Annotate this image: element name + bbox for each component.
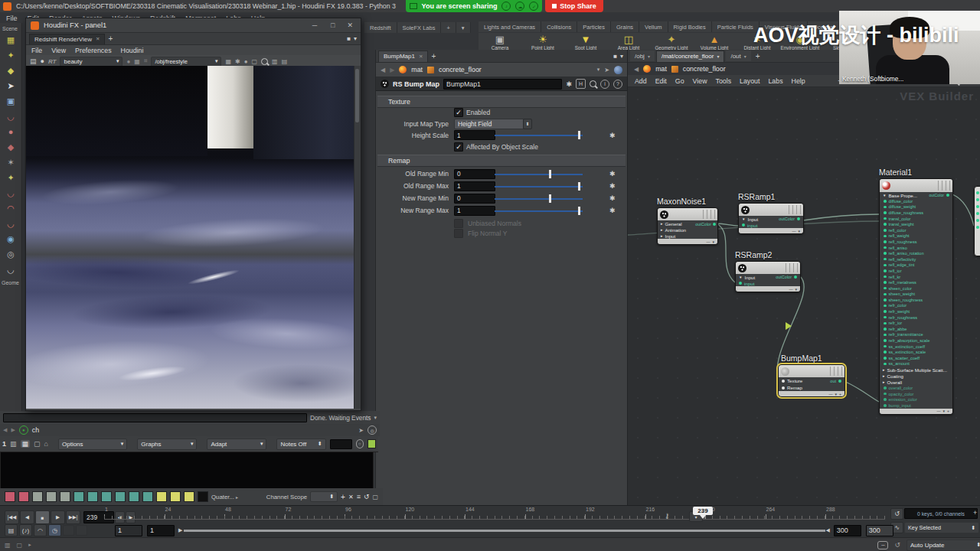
material-input[interactable]: emission_color	[889, 397, 917, 402]
tool-icon[interactable]: ◠	[7, 204, 15, 213]
material-input[interactable]: refl_aniso_rotation	[889, 251, 924, 256]
forward-icon[interactable]: ▶	[11, 427, 15, 433]
node-rsramp1[interactable]: ▼ Input outColor input —▾	[738, 203, 804, 234]
height-scale-slider[interactable]	[495, 131, 583, 139]
material-group[interactable]: Coating	[887, 373, 903, 379]
channel-graph-area[interactable]	[0, 452, 374, 490]
texture-section-header[interactable]: Texture	[377, 96, 626, 108]
shelf-tab[interactable]: Vellum	[639, 21, 668, 32]
material-input[interactable]: refl_metalness	[889, 280, 916, 285]
tool-icon[interactable]: ✦	[7, 174, 14, 182]
sound-icon[interactable]: ♪	[501, 2, 511, 11]
channel-swatch[interactable]	[101, 491, 112, 502]
adapt-dropdown[interactable]: Adapt▾	[207, 439, 266, 450]
net-menu-item[interactable]: Labs	[768, 77, 782, 85]
material-input[interactable]: diffuse_color	[889, 199, 913, 204]
node-edge-partial[interactable]	[974, 186, 980, 256]
material-input[interactable]: refl_reflectivity	[889, 257, 916, 262]
remap-slider[interactable]	[495, 182, 583, 191]
tool-icon[interactable]: ▣	[7, 97, 15, 106]
add-channel-icon[interactable]: +	[341, 493, 345, 501]
channel-swatch[interactable]	[170, 491, 181, 502]
zoom-icon[interactable]	[261, 58, 268, 65]
render-image[interactable]: Frame 239: 2023-03-19 00:36:01 (1m:8s)	[26, 66, 359, 409]
tool-icon[interactable]: ◡	[7, 220, 15, 228]
dope-view-icon[interactable]: ▢	[34, 440, 41, 448]
global-range-end-field[interactable]: 300	[866, 525, 893, 536]
material-input[interactable]: refl_roughness	[889, 240, 917, 244]
node-maxonnoise[interactable]: ▸ General ▸ Animation ▸ Input outColor —…	[657, 207, 718, 245]
material-input[interactable]: transl_color	[889, 217, 911, 221]
tool-icon[interactable]: ✶	[7, 158, 14, 167]
copy-icon[interactable]: ▤	[282, 58, 288, 65]
gear-icon[interactable]: ✱	[609, 194, 616, 202]
tool-icon[interactable]: ◡	[7, 266, 15, 274]
net-menu-item[interactable]: Help	[792, 77, 805, 85]
path-add-tab[interactable]: +	[753, 52, 760, 60]
node-material[interactable]: ▼ Base Prope... outColor diffuse_color d…	[879, 178, 953, 415]
freeze-icon[interactable]: ✱	[235, 58, 240, 65]
target-icon[interactable]: ●	[244, 58, 248, 65]
desktop-tab-solefx[interactable]: SoleFX Labs	[397, 22, 442, 33]
desktop-tab-menu[interactable]: ▾	[456, 22, 471, 33]
renderview-tab[interactable]: Redshift RenderView ✕	[29, 34, 105, 44]
status-icon-2[interactable]: ▢	[17, 542, 23, 549]
snapshot-icon[interactable]: ▤	[30, 57, 37, 65]
loop-mode-icon[interactable]: ◠	[34, 524, 47, 536]
channel-swatch[interactable]	[87, 491, 98, 502]
remove-channel-icon[interactable]: ✕	[348, 494, 354, 500]
list-icon[interactable]: ≡	[357, 493, 361, 500]
shelf-tab[interactable]: Rigid Bodies	[668, 21, 712, 32]
back-icon[interactable]: ◀	[3, 427, 7, 433]
material-input[interactable]: refr_weight	[889, 309, 910, 314]
home-view-icon[interactable]: ⌂	[44, 440, 48, 448]
tool-icon[interactable]: ●	[8, 128, 14, 136]
status-icon-1[interactable]: ▥	[5, 542, 11, 549]
minimize-icon[interactable]: ─	[308, 21, 322, 29]
remap-value-field[interactable]: 1	[454, 181, 495, 191]
material-input[interactable]: refl_edge_tint	[889, 262, 915, 267]
net-crumb-node[interactable]: concrete_floor	[683, 65, 726, 73]
tool-icon[interactable]: ◉	[7, 235, 15, 243]
channel-swatch[interactable]	[129, 491, 139, 502]
param-tab[interactable]: BumpMap1 ✕	[378, 51, 428, 62]
play-button[interactable]: ▶	[51, 510, 65, 524]
rv-menu-item[interactable]: Houdini	[121, 47, 144, 54]
material-input[interactable]: refr_color	[889, 303, 907, 308]
playhead[interactable]: 239	[693, 507, 713, 519]
path-tab-out[interactable]: /out▾	[726, 51, 750, 61]
rv-menu-item[interactable]: View	[51, 47, 66, 54]
remap-section-header[interactable]: Remap	[377, 155, 626, 167]
param-back-icon[interactable]: ◀	[381, 67, 385, 73]
channel-swatch[interactable]	[184, 491, 194, 502]
material-input[interactable]: refl_ior	[889, 269, 902, 273]
remap-slider[interactable]	[495, 207, 583, 215]
shield-check-icon[interactable]: ✓	[529, 2, 538, 11]
keyframe-color-icon[interactable]	[368, 439, 376, 448]
network-editor[interactable]: /obj▾ /mat/concrete_floor▾ /out▾ + ◀ mat…	[628, 50, 980, 505]
graphs-dropdown[interactable]: Graphs▾	[137, 439, 197, 450]
channel-swatch[interactable]	[5, 491, 15, 502]
channel-swatch[interactable]	[32, 491, 43, 502]
material-input[interactable]: ss_scatter_coeff	[889, 356, 920, 360]
material-input[interactable]: ss_extinction_scale	[889, 350, 926, 354]
net-menu-item[interactable]: Edit	[655, 77, 667, 85]
close-icon[interactable]: ✕	[344, 21, 356, 29]
material-input[interactable]: diffuse_weight	[889, 204, 916, 209]
gear-icon[interactable]: ✱	[609, 132, 616, 139]
pane-chevron-icon[interactable]: ▾	[354, 35, 361, 42]
material-input[interactable]: refr_abbe	[889, 327, 907, 331]
table-view-icon[interactable]: ▦	[21, 440, 31, 448]
image-icon[interactable]: ▥	[272, 58, 278, 65]
refresh-icon[interactable]: ↺	[364, 493, 370, 500]
material-input[interactable]: bump_input	[889, 403, 911, 408]
shelf-tool[interactable]: ◫ Area Light	[607, 34, 650, 51]
node-bumpmap[interactable]: Texture out Remap —▾+	[778, 364, 845, 397]
material-input[interactable]: sheen_weight	[889, 292, 916, 296]
single-view-icon[interactable]: 1	[2, 440, 6, 448]
menu-item[interactable]: File	[6, 15, 18, 22]
render-pass-dropdown[interactable]: beauty ▾	[60, 57, 122, 67]
search-icon[interactable]	[590, 80, 596, 87]
input-map-type-stepper[interactable]: ⬍	[523, 119, 532, 129]
path-tab-obj[interactable]: /obj▾	[630, 51, 655, 61]
